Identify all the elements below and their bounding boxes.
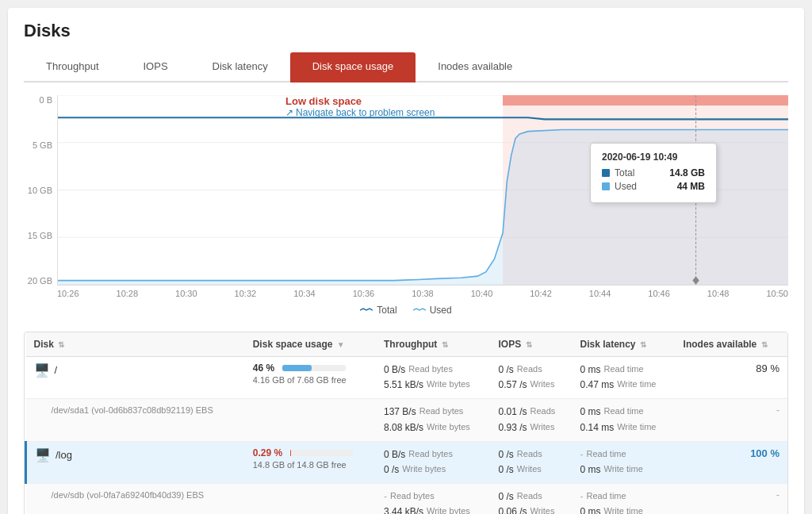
table-row: 🖥️ / 46 % 4.16 GB of 7.68 GB free: [26, 357, 788, 399]
legend-total-label: Total: [377, 305, 396, 316]
tooltip-row-used: Used 44 MB: [602, 181, 705, 192]
legend-total: Total: [360, 305, 396, 316]
total-line-icon: [360, 306, 373, 314]
main-page: Disks Throughput IOPS Disk latency Disk …: [8, 8, 804, 514]
sub-usage-cell: [245, 399, 376, 441]
chart-tooltip: 2020-06-19 10:49 Total 14.8 GB Used 44 M…: [590, 143, 717, 203]
col-disk: Disk ⇅: [26, 332, 245, 357]
log-iops-cell: 0 /s Reads 0 /s Writes: [490, 441, 572, 483]
sort-inodes-icon[interactable]: ⇅: [761, 340, 768, 349]
tooltip-row-total: Total 14.8 GB: [602, 167, 705, 178]
log-usage-bar-container: [290, 450, 354, 456]
write-time-label: Write time: [617, 378, 656, 393]
table-row-highlighted: 🖥️ /log 0.29 % 14.8 GB of 14.8 GB free: [26, 441, 788, 483]
iops-cell: 0 /s Reads 0.57 /s Writes: [490, 357, 572, 399]
log-usage-free: 14.8 GB of 14.8 GB free: [253, 460, 368, 470]
sub-iops-cell: 0.01 /s Reads 0.93 /s Writes: [490, 399, 572, 441]
usage-percent: 46 %: [253, 362, 274, 374]
disk-path: /: [55, 364, 58, 376]
tooltip-total-color: [602, 169, 610, 177]
tooltip-total-label: Total: [615, 167, 665, 178]
inodes-val: 89 %: [756, 362, 779, 374]
log-disk-name-cell: 🖥️ /log: [26, 441, 245, 483]
tab-disk-space-usage[interactable]: Disk space usage: [290, 52, 416, 82]
table-row-sub: /dev/sda1 (vol-0d6b837c08db92119) EBS 13…: [26, 399, 788, 441]
disk-table: Disk ⇅ Disk space usage ▼ Throughput ⇅ I…: [24, 332, 788, 514]
y-label-15: 15 GB: [24, 231, 52, 240]
usage-bar-fill: [282, 365, 312, 371]
col-disk-space-usage: Disk space usage ▼: [245, 332, 376, 357]
page-title: Disks: [24, 21, 788, 41]
y-label-5: 5 GB: [24, 140, 52, 150]
reads-val: 0 /s: [498, 362, 513, 378]
disks-table-element: Disk ⇅ Disk space usage ▼ Throughput ⇅ I…: [25, 332, 787, 514]
sdb-inodes-cell: -: [676, 484, 787, 514]
read-time-label: Read time: [603, 362, 643, 378]
sort-latency-icon[interactable]: ⇅: [640, 340, 646, 349]
tooltip-used-color: [602, 182, 610, 190]
write-time-val: 0.47 ms: [580, 378, 614, 393]
usage-bar-container: [282, 365, 346, 371]
chart-section: Low disk space ↗ Navigate back to proble…: [24, 95, 788, 316]
log-disk-icon: 🖥️: [35, 447, 51, 462]
legend-used-label: Used: [430, 305, 452, 316]
log-usage-cell: 0.29 % 14.8 GB of 14.8 GB free: [245, 441, 376, 483]
y-label-10: 10 GB: [24, 186, 52, 195]
log-usage-bar-fill: [290, 450, 291, 456]
legend-used: Used: [413, 305, 452, 316]
log-latency-cell: - Read time 0 ms Write time: [572, 441, 675, 483]
log-inodes-cell: 100 %: [676, 441, 787, 483]
tooltip-total-value: 14.8 GB: [669, 167, 705, 178]
sdb-latency-cell: - Read time 0 ms Write time: [572, 484, 675, 514]
tab-inodes-available[interactable]: Inodes available: [416, 52, 534, 82]
tab-throughput[interactable]: Throughput: [24, 52, 121, 82]
chart-container: 20 GB 15 GB 10 GB 5 GB 0 B: [24, 95, 788, 286]
sort-throughput-icon[interactable]: ⇅: [442, 340, 448, 349]
log-throughput-cell: 0 B/s Read bytes 0 /s Write bytes: [376, 441, 491, 483]
throughput-cell: 0 B/s Read bytes 5.51 kB/s Write bytes: [376, 357, 491, 399]
disk-name-cell: 🖥️ /: [26, 357, 245, 399]
log-inodes-val: 100 %: [750, 447, 779, 459]
write-bytes-val: 5.51 kB/s: [384, 378, 423, 393]
writes-label: Writes: [530, 378, 555, 393]
sub-disk-name: /dev/sda1 (vol-0d6b837c08db92119) EBS: [26, 399, 245, 441]
sub-latency-cell: 0 ms Read time 0.14 ms Write time: [572, 399, 675, 441]
col-disk-latency: Disk latency ⇅: [572, 332, 675, 357]
table-row-sub-sdb: /dev/sdb (vol-0fa7a69240fb40d39) EBS - R…: [26, 484, 788, 514]
read-bytes-label: Read bytes: [408, 362, 453, 378]
sub-inodes-cell: -: [676, 399, 787, 441]
col-iops: IOPS ⇅: [490, 332, 572, 357]
read-bytes-val: 0 B/s: [384, 362, 405, 378]
sub-throughput-cell: 137 B/s Read bytes 8.08 kB/s Write bytes: [376, 399, 491, 441]
sdb-disk-name: /dev/sdb (vol-0fa7a69240fb40d39) EBS: [26, 484, 245, 514]
tab-disk-latency[interactable]: Disk latency: [190, 52, 290, 82]
chart-legend: Total Used: [24, 305, 788, 316]
tooltip-used-label: Used: [615, 181, 672, 192]
read-time-val: 0 ms: [580, 362, 600, 378]
log-disk-path: /log: [56, 449, 72, 461]
tooltip-date: 2020-06-19 10:49: [602, 152, 705, 163]
col-inodes: Inodes available ⇅: [676, 332, 787, 357]
y-label-20: 20 GB: [24, 276, 52, 286]
latency-cell: 0 ms Read time 0.47 ms Write time: [572, 357, 675, 399]
y-axis: 20 GB 15 GB 10 GB 5 GB 0 B: [24, 95, 57, 286]
sdb-throughput-cell: - Read bytes 3.44 kB/s Write bytes: [376, 484, 491, 514]
used-line-icon: [413, 306, 426, 314]
sdb-iops-cell: 0 /s Reads 0.06 /s Writes: [490, 484, 572, 514]
tab-iops[interactable]: IOPS: [121, 52, 190, 82]
tooltip-used-value: 44 MB: [677, 181, 705, 192]
chart-area: 2020-06-19 10:49 Total 14.8 GB Used 44 M…: [57, 95, 788, 286]
usage-free: 4.16 GB of 7.68 GB free: [253, 375, 368, 385]
y-label-0: 0 B: [24, 95, 52, 105]
disk-usage-cell: 46 % 4.16 GB of 7.68 GB free: [245, 357, 376, 399]
table-header-row: Disk ⇅ Disk space usage ▼ Throughput ⇅ I…: [26, 332, 788, 357]
x-axis: 10:26 10:28 10:30 10:32 10:34 10:36 10:3…: [24, 286, 788, 298]
sort-disk-icon[interactable]: ⇅: [58, 340, 64, 349]
reads-label: Reads: [517, 362, 542, 378]
writes-val: 0.57 /s: [498, 378, 527, 393]
sort-iops-icon[interactable]: ⇅: [526, 340, 532, 349]
log-usage-percent: 0.29 %: [253, 447, 282, 458]
tab-bar: Throughput IOPS Disk latency Disk space …: [24, 52, 788, 82]
inodes-cell: 89 %: [676, 357, 787, 399]
sort-usage-icon[interactable]: ▼: [337, 340, 345, 349]
